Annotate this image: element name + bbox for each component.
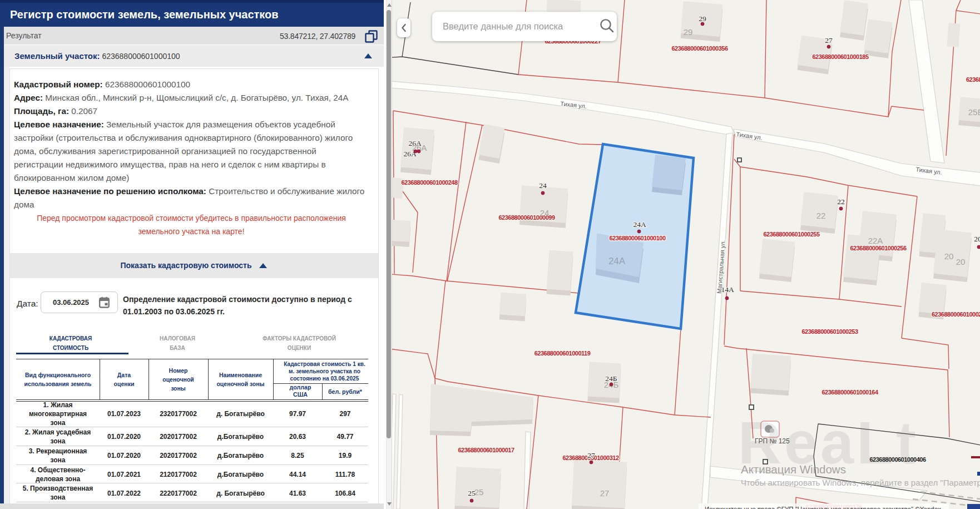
svg-text:20: 20 <box>974 235 980 243</box>
svg-text:623688000601000: 623688000601000 <box>966 76 980 83</box>
svg-text:25: 25 <box>474 487 484 497</box>
svg-text:20: 20 <box>944 251 954 261</box>
svg-text:29: 29 <box>699 14 706 23</box>
svg-text:24: 24 <box>539 181 547 190</box>
svg-text:Активация Windows: Активация Windows <box>741 463 846 476</box>
svg-text:623688000601000255: 623688000601000255 <box>763 231 820 238</box>
svg-text:25Б: 25Б <box>968 107 980 117</box>
svg-text:20: 20 <box>956 257 966 266</box>
svg-text:29: 29 <box>684 27 693 37</box>
svg-text:27: 27 <box>825 36 833 45</box>
svg-text:623688000601000119: 623688000601000119 <box>534 350 591 357</box>
svg-text:623688000601000185: 623688000601000185 <box>812 53 869 60</box>
svg-text:623688000601000253: 623688000601000253 <box>801 328 858 335</box>
svg-text:14А: 14А <box>721 285 734 294</box>
svg-text:623688000601000248: 623688000601000248 <box>401 179 458 186</box>
svg-text:623688000601000356: 623688000601000356 <box>671 45 728 52</box>
svg-text:24А: 24А <box>633 220 646 229</box>
svg-text:27: 27 <box>587 451 595 459</box>
svg-text:24: 24 <box>540 208 550 218</box>
svg-text:22А: 22А <box>868 236 883 245</box>
svg-text:Исключительные права ©ГУП "Н: Исключительные права ©ГУП "Национальное … <box>705 506 941 509</box>
svg-text:623688000601000164: 623688000601000164 <box>821 389 879 396</box>
svg-text:22: 22 <box>816 211 826 220</box>
svg-text:62368800060100025: 62368800060100025 <box>932 311 980 318</box>
svg-text:22: 22 <box>837 197 845 206</box>
svg-text:623688000601000017: 623688000601000017 <box>458 447 514 453</box>
svg-text:27: 27 <box>600 488 610 498</box>
svg-text:Чтобы активировать Windows, пе: Чтобы активировать Windows, перейдите в … <box>741 478 980 487</box>
svg-text:623688000601000100: 623688000601000100 <box>609 235 666 241</box>
svg-text:623688000601000256: 623688000601000256 <box>850 245 907 251</box>
svg-text:24А: 24А <box>608 256 626 266</box>
